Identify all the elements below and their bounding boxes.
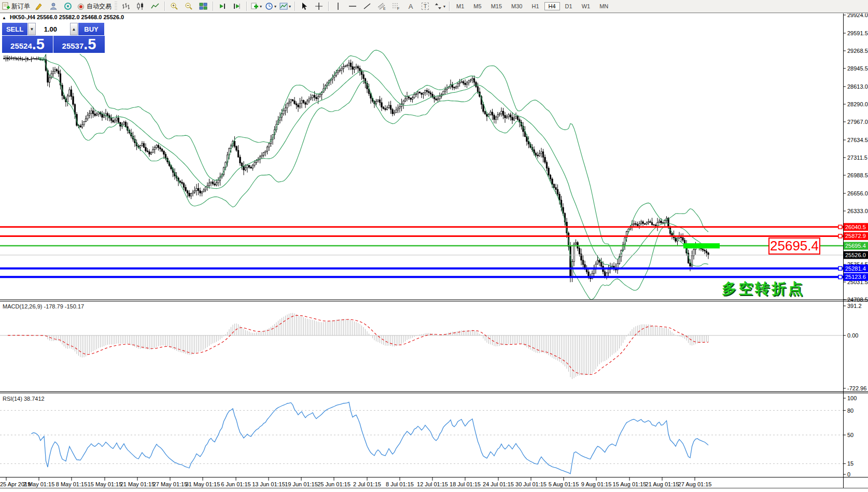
candle-body: [287, 104, 288, 108]
candle-body: [317, 96, 319, 99]
candle-body: [250, 167, 252, 168]
candle-body: [657, 222, 659, 226]
chart-shift-button[interactable]: [230, 1, 244, 11]
candle-body: [305, 103, 306, 104]
tile-windows-button[interactable]: [197, 1, 210, 11]
candle-body: [537, 155, 539, 156]
candle-body: [357, 66, 359, 68]
candle-body: [107, 114, 108, 116]
timeframe-m5-button[interactable]: M5: [469, 2, 485, 10]
candle-body: [125, 122, 127, 127]
text-label-button[interactable]: T: [418, 1, 432, 11]
candle-body: [539, 153, 540, 156]
cursor-button[interactable]: [298, 1, 311, 11]
timeframe-mn-button[interactable]: MN: [595, 2, 612, 10]
timeframe-m1-button[interactable]: M1: [452, 2, 468, 10]
candle-body: [597, 260, 598, 264]
vertical-line-button[interactable]: [331, 1, 345, 11]
auto-scroll-icon: [218, 2, 227, 10]
candle-body: [102, 114, 103, 117]
template-button[interactable]: ▾: [278, 1, 292, 11]
candle-body: [546, 162, 548, 168]
auto-trading-button[interactable]: 自动交易: [76, 1, 113, 11]
candle-body: [181, 182, 183, 183]
candle-body: [154, 147, 156, 149]
candle-body: [203, 190, 205, 192]
line-price-label: 25695.4: [845, 243, 866, 249]
trend-line-button[interactable]: [360, 1, 374, 11]
candle-body: [354, 68, 355, 69]
buy-button[interactable]: BUY: [78, 23, 104, 35]
volume-increase-button[interactable]: ▲: [70, 23, 78, 35]
timeframe-d1-button[interactable]: D1: [561, 2, 577, 10]
candle-body: [252, 165, 254, 168]
candle-body: [265, 151, 267, 152]
horizontal-line-button[interactable]: [346, 1, 359, 11]
candle-body: [417, 92, 419, 93]
candle-body: [113, 120, 114, 122]
candlestick-button[interactable]: [134, 1, 147, 11]
highlight-rectangle[interactable]: [683, 243, 720, 248]
time-tick-label: 8 May 01:15: [56, 481, 88, 487]
candle-body: [160, 148, 161, 149]
candle-body: [205, 187, 206, 190]
chart-title: ▲ HK50-,H4 25566.0 25582.0 25468.0 25526…: [2, 14, 124, 20]
line-chart-button[interactable]: [148, 1, 162, 11]
candle-body: [316, 97, 317, 99]
sell-price[interactable]: 25524.5: [2, 36, 53, 53]
candle-body: [25, 59, 27, 60]
candle-body: [71, 90, 72, 96]
candle-body: [433, 97, 435, 99]
price-tick-label: 29591.5: [847, 30, 868, 36]
zoom-in-button[interactable]: [167, 1, 181, 11]
styler-button[interactable]: [32, 1, 46, 11]
bollinger-lower: [39, 60, 709, 300]
timeframe-m15-button[interactable]: M15: [487, 2, 506, 10]
timeframe-toolbar: M1M5M15M30H1H4D1W1MN: [452, 2, 613, 10]
candle-body: [495, 117, 497, 120]
candle-body: [179, 181, 181, 182]
candle-body: [245, 168, 246, 170]
bar-chart-button[interactable]: [119, 1, 133, 11]
candle-body: [403, 101, 404, 104]
arrows-button[interactable]: ▾: [433, 1, 446, 11]
text-button[interactable]: A: [404, 1, 417, 11]
candle-body: [671, 233, 673, 235]
period-clock-button[interactable]: ▾: [264, 1, 277, 11]
volume-decrease-button[interactable]: ▼: [28, 23, 36, 35]
timeframe-w1-button[interactable]: W1: [578, 2, 595, 10]
bollinger-bands-layer: [39, 45, 709, 300]
zoom-out-button[interactable]: [182, 1, 195, 11]
candle-body: [143, 144, 145, 148]
candle-body: [473, 79, 475, 82]
time-tick-label: 21 May 01:15: [120, 481, 155, 487]
add-indicator-button[interactable]: ▾: [249, 1, 263, 11]
turning-point-annotation[interactable]: 多空转折点: [722, 279, 805, 299]
buy-price[interactable]: 25537.5: [53, 36, 105, 53]
timeframe-m30-button[interactable]: M30: [507, 2, 526, 10]
volume-input[interactable]: 1.00: [36, 23, 69, 35]
candle-body: [653, 224, 655, 225]
chart-canvas[interactable]: 29924.029591.529268.528945.528613.028290…: [0, 0, 868, 492]
crosshair-button[interactable]: [312, 1, 326, 11]
timeframe-h4-button[interactable]: H4: [544, 2, 560, 10]
auto-scroll-button[interactable]: [216, 1, 229, 11]
fibonacci-button[interactable]: F: [389, 1, 403, 11]
timeframe-h1-button[interactable]: H1: [527, 2, 543, 10]
candle-body: [470, 80, 471, 81]
tile-windows-icon: [199, 2, 207, 10]
candle-body: [385, 108, 386, 109]
rsi-indicator-label: RSI(14) 38.7412: [3, 396, 45, 402]
time-tick-label: 5 Aug 01:15: [549, 481, 579, 487]
new-order-button[interactable]: 新订单: [1, 1, 31, 11]
collapse-panel-icon[interactable]: ▲: [2, 16, 6, 20]
time-tick-label: 21 Aug 01:15: [646, 481, 679, 487]
signals-button[interactable]: [61, 1, 75, 11]
rsi-axis: 1008050150: [843, 395, 857, 477]
candle-body: [261, 156, 263, 157]
profile-button[interactable]: [47, 1, 60, 11]
sell-button[interactable]: SELL: [2, 23, 27, 35]
equidistant-channel-button[interactable]: E: [375, 1, 388, 11]
svg-text:E: E: [383, 7, 386, 10]
price-callout-label[interactable]: 25695.4: [768, 237, 820, 255]
